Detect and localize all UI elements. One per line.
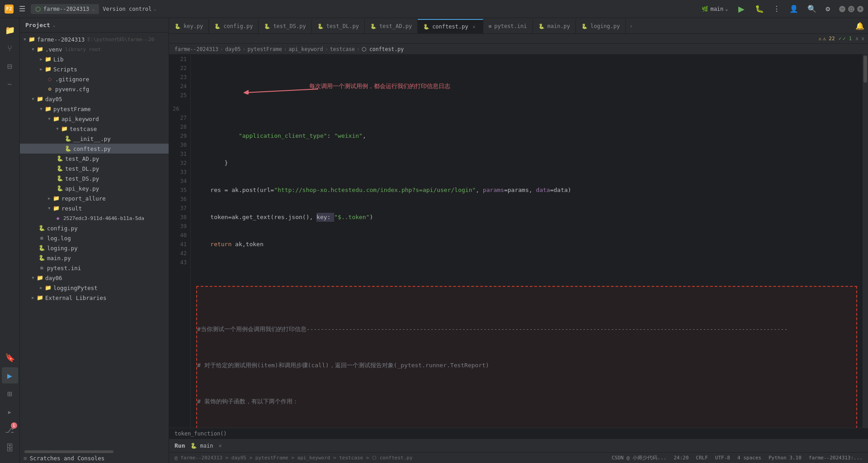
tree-item[interactable]: ▼ 📁 day05 — [20, 94, 169, 104]
tree-item[interactable]: ⚙ pyvenv.cfg — [20, 84, 169, 94]
status-line-col[interactable]: 24:20 — [674, 455, 689, 461]
branch-selector[interactable]: 🌿 main ⌄ — [700, 4, 730, 14]
tree-item-selected[interactable]: 🐍 conftest.py — [20, 144, 169, 154]
tree-item[interactable]: 🐍 test_DL.py — [20, 164, 169, 173]
tree-item[interactable]: ▶ 📁 External Libraries — [20, 293, 169, 303]
sidebar-title: Project ⌄ — [25, 22, 56, 28]
tree-item[interactable]: ▼ 📁 day06 — [20, 273, 169, 283]
tree-item[interactable]: ▶ 📁 Lib — [20, 54, 169, 64]
tree-item[interactable]: ▼ 📁 testcase — [20, 124, 169, 134]
tree-item[interactable]: ≡ pytest.ini — [20, 263, 169, 273]
ini-icon: ≡ — [38, 264, 45, 271]
titlebar: F2 ☰ ⬡ farme--2024313 ⌄ Version control … — [0, 0, 868, 18]
profile-button[interactable]: 👤 — [788, 3, 800, 15]
folder-icon: 📁 — [52, 195, 60, 202]
editor-scrollbar[interactable] — [863, 55, 868, 428]
tab-pytest-ini[interactable]: ≡ pytest.ini — [483, 19, 533, 33]
tree-item[interactable]: 🐍 test_AD.py — [20, 154, 169, 164]
more-options-button[interactable]: ⋮ — [771, 3, 782, 15]
icon-bar-bookmarks[interactable]: 🔖 — [2, 349, 18, 365]
run-config[interactable]: 🐍 main — [190, 443, 213, 449]
result-icon: ◈ — [54, 215, 61, 222]
sidebar-scrollbar[interactable] — [20, 450, 169, 454]
cfg-icon: ⚙ — [46, 85, 53, 93]
folder-icon: 📁 — [36, 46, 43, 53]
maximize-button[interactable]: □ — [848, 6, 854, 12]
status-right-info[interactable]: farme--2024313:... — [809, 455, 863, 461]
tree-item[interactable]: ▶ 📁 loggingPytest — [20, 283, 169, 293]
tree-item[interactable]: 🐍 test_DS.py — [20, 173, 169, 183]
code-line: "application_client_type": "weixin", — [196, 131, 857, 140]
tree-item[interactable]: ▼ 📁 result — [20, 203, 169, 213]
tab-test-ad-py[interactable]: 🐍 test_AD.py — [365, 19, 418, 33]
tree-item[interactable]: 🐍 api_key.py — [20, 183, 169, 193]
status-charset[interactable]: UTF-8 — [715, 455, 730, 461]
tree-item[interactable]: ◌ .gitignore — [20, 74, 169, 84]
tab-main-py[interactable]: 🐍 main.py — [533, 19, 576, 33]
run-label: Run — [175, 442, 185, 449]
version-control-btn[interactable]: Version control ⌄ — [103, 6, 156, 12]
tab-key-py[interactable]: 🐍 key.py — [169, 19, 209, 33]
tab-bar: 🐍 key.py 🐍 config.py 🐍 test_DS.py 🐍 test… — [169, 18, 868, 34]
scratches-and-consoles[interactable]: ≡ Scratches and Consoles — [20, 454, 169, 463]
folder-icon: 📁 — [44, 284, 52, 291]
run-close-button[interactable]: × — [218, 443, 222, 449]
icon-bar-more[interactable]: ⋯ — [2, 76, 18, 92]
folder-icon: 📁 — [52, 115, 60, 122]
icon-bar-run[interactable]: ▶ — [2, 367, 18, 383]
tree-item[interactable]: 🐍 config.py — [20, 223, 169, 233]
sidebar: Project ⌄ ▼ 📁 farme--2024313 E:\python代码… — [20, 18, 169, 463]
warnings-count[interactable]: ⚠⚠ 22 — [819, 36, 835, 42]
tab-more-button[interactable]: › — [626, 23, 637, 29]
minimize-button[interactable]: − — [839, 6, 845, 12]
project-selector[interactable]: ⬡ farme--2024313 ⌄ — [31, 4, 99, 14]
tree-item[interactable]: 🐍 __init__.py — [20, 134, 169, 144]
warnings-chevrons[interactable]: ∧ ∨ — [855, 36, 864, 42]
debug-button[interactable]: 🐛 — [753, 3, 766, 15]
close-button[interactable]: × — [857, 6, 863, 12]
status-csdn[interactable]: CSDN @ 小师少代码... — [612, 454, 666, 461]
run-button[interactable]: ▶ — [735, 3, 748, 15]
notification-button[interactable]: 🔔 — [855, 22, 864, 30]
tree-item[interactable]: ◈ 2527edc3-911d-4646-b11a-5da — [20, 213, 169, 223]
ok-count[interactable]: ✓✓ 1 — [839, 36, 852, 42]
settings-button[interactable]: ⚙ — [824, 3, 832, 15]
tab-conftest-py[interactable]: 🐍 conftest.py × — [418, 19, 483, 33]
status-indent[interactable]: 4 spaces — [737, 455, 761, 461]
tree-item[interactable]: 🐍 main.py — [20, 253, 169, 263]
log-icon: ≡ — [38, 234, 45, 242]
icon-bar-structure[interactable]: ⊟ — [2, 58, 18, 74]
status-bar-left: @ farme--2024313 > day05 > pytestFrame >… — [175, 455, 413, 461]
tab-test-ds-py[interactable]: 🐍 test_DS.py — [259, 19, 311, 33]
tab-loging-py[interactable]: 🐍 loging.py — [576, 19, 626, 33]
search-button[interactable]: 🔍 — [806, 3, 818, 15]
code-editor[interactable]: 21 22 23 24 25 26 27 28 29 30 31 32 33 3… — [169, 55, 868, 428]
code-content[interactable]: 每次调用一个测试用例，都会运行我们的打印信息日志 — [191, 55, 863, 428]
icon-bar-git[interactable]: ⎇ 1 — [2, 421, 18, 438]
tree-item[interactable]: ▼ 📁 .venv library root — [20, 44, 169, 54]
tree-item[interactable]: 🐍 loging.py — [20, 243, 169, 253]
tree-arrow: ▶ — [46, 195, 52, 201]
scratches-label: Scratches and Consoles — [30, 455, 105, 462]
tree-item[interactable]: ▼ 📁 api_keyword — [20, 114, 169, 124]
folder-icon: 📁 — [44, 105, 52, 112]
tree-item[interactable]: ▼ 📁 pytestFrame — [20, 104, 169, 114]
code-line: res = ak.post(url="http://shop-xo.hctest… — [196, 186, 857, 195]
hamburger-menu[interactable]: ☰ — [17, 3, 27, 15]
tab-test-dl-py[interactable]: 🐍 test_DL.py — [312, 19, 365, 33]
code-line: } — [196, 159, 857, 168]
icon-bar-terminal[interactable]: ▸ — [2, 403, 18, 420]
tree-item[interactable]: ▶ 📁 report_allure — [20, 193, 169, 203]
icon-bar-layers[interactable]: ⊞ — [2, 385, 18, 402]
icon-bar-database[interactable]: 🗄 — [2, 440, 18, 456]
status-encoding[interactable]: CRLF — [696, 455, 708, 461]
code-line: # 对于给定的测试用例(item)和调用步骤(call)，返回一个测试报告对象(… — [197, 361, 856, 370]
tree-item[interactable]: ▶ 📁 Scripts — [20, 64, 169, 74]
icon-bar-commits[interactable]: ⑂ — [2, 40, 18, 56]
tab-close-conftest[interactable]: × — [471, 23, 477, 30]
status-python[interactable]: Python 3.10 — [769, 455, 802, 461]
tree-item[interactable]: ≡ log.log — [20, 233, 169, 243]
tab-config-py[interactable]: 🐍 config.py — [209, 19, 259, 33]
tree-item[interactable]: ▼ 📁 farme--2024313 E:\python代码\farme--20 — [20, 34, 169, 44]
icon-bar-project[interactable]: 📁 — [2, 22, 18, 38]
